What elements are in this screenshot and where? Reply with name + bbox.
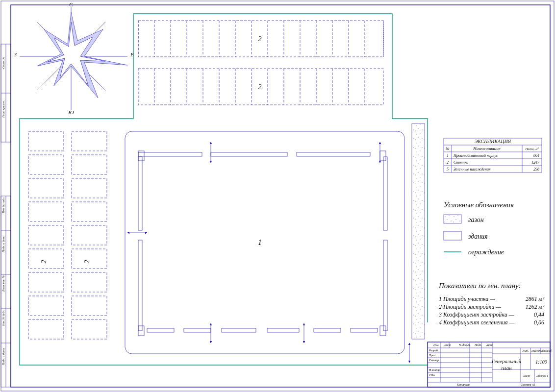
svg-text:Разраб.: Разраб.	[429, 349, 438, 352]
parking-left-label-a: 2	[40, 260, 48, 264]
doc-title-1: Генеральный	[491, 358, 522, 364]
compass-rose: С Ю З В	[14, 1, 134, 115]
svg-rect-46	[28, 178, 64, 198]
svg-text:газон: газон	[468, 216, 484, 223]
svg-rect-56	[72, 202, 107, 221]
svg-rect-57	[72, 225, 107, 245]
building: 1	[125, 131, 409, 363]
svg-rect-68	[138, 157, 142, 230]
parking-left-colB	[72, 131, 107, 339]
svg-rect-64	[138, 152, 202, 156]
svg-text:Лист: Лист	[523, 374, 530, 377]
svg-rect-67	[380, 151, 386, 161]
svg-rect-59	[72, 272, 107, 292]
svg-text:Изм.: Изм.	[433, 343, 439, 346]
side-stamp-top: Справ. № Перв. примен.	[1, 44, 11, 142]
svg-rect-117	[428, 342, 550, 387]
svg-rect-76	[267, 328, 299, 332]
svg-text:3 Коэффициент застройки —: 3 Коэффициент застройки —	[438, 311, 514, 318]
svg-rect-86	[412, 123, 425, 339]
svg-text:2: 2	[447, 160, 449, 165]
explication-table: ЭКСПЛИКАЦИЯ № Наименование Площ. м² 1 Пр…	[444, 138, 542, 172]
svg-text:Взам. инв. №: Взам. инв. №	[2, 275, 5, 292]
legend: Условные обозначения газон здания огражд…	[444, 201, 514, 256]
indicators-title: Показатели по ген. плану:	[438, 282, 521, 290]
svg-text:Масштаб: Масштаб	[538, 349, 552, 352]
svg-text:Подп.: Подп.	[474, 343, 482, 346]
svg-text:1: 1	[447, 153, 449, 158]
side-stamp-bottom: Инв. № подл. Подп. и дата Взам. инв. № И…	[1, 196, 11, 387]
svg-rect-70	[383, 157, 387, 230]
svg-rect-61	[72, 319, 107, 339]
svg-rect-48	[28, 225, 64, 245]
svg-text:Производственный корпус: Производственный корпус	[453, 153, 498, 158]
svg-rect-58	[72, 249, 107, 269]
svg-text:1247: 1247	[531, 160, 540, 165]
indicators: Показатели по ген. плану: 1 Площадь учас…	[438, 282, 544, 325]
title-block: Изм. Лист № докум. Подп. Дата Разраб. Пр…	[428, 342, 552, 387]
svg-text:здания: здания	[468, 233, 488, 240]
svg-rect-65	[211, 152, 287, 156]
svg-rect-69	[138, 240, 142, 331]
svg-text:Листов  1: Листов 1	[536, 374, 548, 377]
svg-text:Подп. и дата: Подп. и дата	[2, 236, 5, 253]
svg-rect-54	[72, 155, 107, 174]
compass-north: С	[69, 1, 73, 7]
svg-text:№: №	[445, 147, 450, 151]
svg-text:Дата: Дата	[486, 343, 493, 346]
legend-title: Условные обозначения	[444, 201, 514, 209]
svg-rect-45	[28, 155, 64, 174]
svg-rect-77	[314, 328, 341, 332]
svg-rect-50	[28, 272, 64, 292]
svg-text:Стоянка: Стоянка	[454, 160, 468, 165]
svg-rect-47	[28, 202, 64, 221]
svg-text:Зеленные насаждения: Зеленные насаждения	[454, 167, 491, 172]
svg-rect-62	[125, 131, 404, 354]
svg-text:Масса: Масса	[531, 349, 539, 352]
svg-text:Н.контр.: Н.контр.	[429, 368, 440, 371]
svg-rect-73	[147, 328, 174, 332]
svg-text:2861 м²: 2861 м²	[526, 295, 545, 302]
parking-top: 2 2	[138, 21, 383, 105]
parking-left: 2 2	[28, 131, 107, 339]
legend-swatch-lawn	[444, 215, 461, 223]
doc-title-2: план	[501, 365, 512, 371]
svg-rect-74	[184, 328, 211, 332]
svg-text:864: 864	[533, 153, 539, 158]
svg-text:0,44: 0,44	[534, 311, 544, 318]
compass-west: З	[14, 51, 17, 57]
building-label: 1	[258, 238, 262, 246]
svg-text:Справ. №: Справ. №	[2, 56, 5, 69]
svg-marker-10	[37, 12, 127, 98]
legend-swatch-building	[444, 231, 461, 240]
svg-text:4 Коэффициент озеленения —: 4 Коэффициент озеленения —	[439, 319, 515, 326]
parking-top-label-a: 2	[258, 35, 262, 43]
svg-text:№ докум.: № докум.	[458, 343, 471, 346]
svg-text:1262 м²: 1262 м²	[526, 303, 545, 310]
svg-text:2 Площадь застройки —: 2 Площадь застройки —	[439, 303, 501, 310]
svg-text:Утв.: Утв.	[429, 373, 435, 376]
svg-text:298: 298	[533, 167, 539, 172]
svg-rect-78	[351, 328, 378, 332]
svg-rect-49	[28, 249, 64, 269]
expl-title: ЭКСПЛИКАЦИЯ	[475, 139, 512, 144]
svg-text:Формат   А1: Формат А1	[521, 383, 535, 386]
svg-text:Копировал: Копировал	[456, 383, 470, 386]
svg-text:Площ. м²: Площ. м²	[525, 147, 539, 151]
svg-text:Т.контр.: Т.контр.	[429, 359, 440, 362]
svg-text:5: 5	[447, 167, 449, 172]
svg-text:Инв. № дубл.: Инв. № дубл.	[2, 310, 5, 326]
parking-top-label-b: 2	[258, 83, 262, 91]
lawn-strip	[412, 123, 425, 339]
svg-text:Пров.: Пров.	[429, 354, 436, 357]
parking-left-label-b: 2	[83, 260, 91, 264]
svg-rect-52	[28, 319, 64, 339]
svg-text:Лит.: Лит.	[522, 349, 529, 352]
compass-south: Ю	[68, 109, 74, 115]
svg-text:1 Площадь участка —: 1 Площадь участка —	[439, 295, 495, 302]
svg-text:Подп. и дата: Подп. и дата	[2, 348, 5, 366]
svg-rect-75	[222, 328, 256, 332]
svg-text:0,06: 0,06	[534, 319, 544, 326]
svg-marker-11	[47, 22, 105, 86]
svg-text:Лист: Лист	[444, 343, 452, 346]
